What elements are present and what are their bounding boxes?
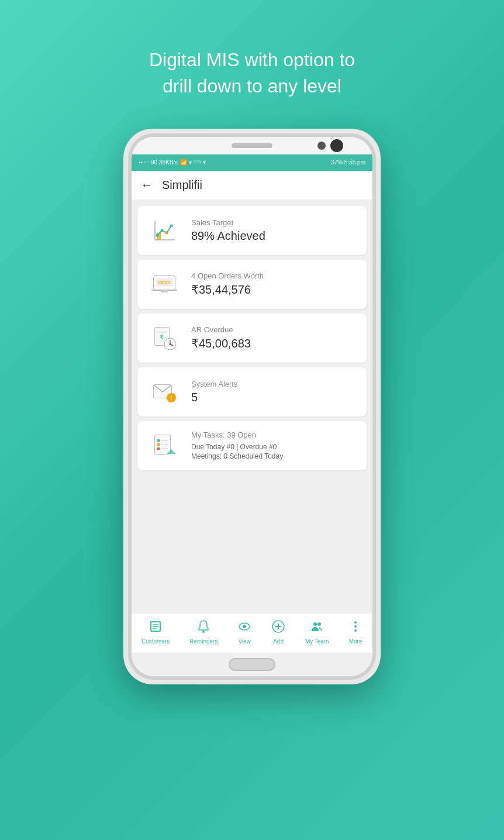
svg-text:₹: ₹	[160, 334, 164, 340]
svg-point-45	[243, 625, 246, 628]
status-left: ▪▪ ▫▫ 90.36KB/s 📶 ▾ ᴵᴸᵀᴱ ▾	[139, 159, 206, 166]
reminders-label: Reminders	[189, 638, 218, 645]
network-speed: 90.36KB/s	[151, 159, 178, 166]
nav-reminders[interactable]: Reminders	[189, 619, 218, 645]
bottom-navigation: Customers Reminders View	[132, 613, 372, 653]
battery-level: 37%	[331, 159, 343, 166]
open-orders-text: 4 Open Orders Worth ₹35,44,576	[191, 271, 264, 297]
my-team-label: My Team	[305, 638, 329, 645]
system-alerts-label: System Alerts	[191, 380, 237, 388]
svg-point-35	[157, 447, 160, 450]
view-label: View	[239, 638, 251, 645]
svg-point-4	[161, 229, 164, 232]
svg-point-3	[156, 233, 159, 236]
nav-customers[interactable]: Customers	[141, 619, 170, 645]
nav-my-team[interactable]: My Team	[305, 619, 329, 645]
back-button[interactable]: ←	[141, 178, 153, 192]
speaker	[232, 143, 272, 148]
svg-point-6	[170, 224, 173, 227]
camera-small	[317, 142, 326, 150]
app-title: Simplifii	[162, 178, 202, 192]
more-label: More	[349, 638, 363, 645]
svg-point-43	[202, 631, 205, 633]
open-orders-icon: ORDERS	[149, 269, 179, 299]
svg-text:!: !	[170, 395, 172, 401]
svg-point-53	[354, 629, 357, 632]
status-right: 37% 5:55 pm	[331, 159, 365, 166]
ar-overdue-card[interactable]: ₹ AR Overdue ₹45,00,683	[137, 314, 367, 363]
more-icon	[348, 619, 363, 637]
headline-line1: Digital MIS with option to	[149, 49, 355, 70]
reminders-icon	[196, 619, 210, 637]
phone-mockup: ▪▪ ▫▫ 90.36KB/s 📶 ▾ ᴵᴸᵀᴱ ▾ 37% 5:55 pm ←…	[123, 129, 381, 684]
time-display: 5:55 pm	[344, 159, 365, 166]
my-tasks-card[interactable]: My Tasks: 39 Open Due Today #0 | Overdue…	[137, 421, 367, 470]
nav-more[interactable]: More	[348, 619, 363, 645]
nav-add[interactable]: Add	[271, 619, 285, 645]
svg-point-49	[313, 622, 317, 626]
svg-rect-10	[161, 290, 168, 292]
sales-target-card[interactable]: Sales Target 89% Achieved	[137, 206, 367, 255]
open-orders-value: ₹35,44,576	[191, 283, 264, 297]
svg-point-31	[157, 439, 160, 442]
svg-point-5	[165, 231, 168, 234]
sales-target-value: 89% Achieved	[191, 229, 265, 243]
system-alerts-card[interactable]: ! System Alerts 5	[137, 367, 367, 416]
phone-top-bar	[132, 137, 372, 154]
svg-point-51	[354, 621, 357, 624]
home-button[interactable]	[229, 658, 275, 671]
status-icons: ▪▪ ▫▫	[139, 159, 149, 166]
sales-target-text: Sales Target 89% Achieved	[191, 218, 265, 243]
status-bar: ▪▪ ▫▫ 90.36KB/s 📶 ▾ ᴵᴸᵀᴱ ▾ 37% 5:55 pm	[132, 154, 372, 171]
view-icon	[237, 619, 251, 637]
ar-overdue-value: ₹45,00,683	[191, 336, 251, 350]
content-area: Sales Target 89% Achieved	[132, 200, 372, 613]
customers-label: Customers	[141, 638, 170, 645]
my-tasks-icon	[149, 431, 179, 461]
page-headline: Digital MIS with option to drill down to…	[102, 47, 402, 99]
ar-overdue-label: AR Overdue	[191, 325, 251, 334]
signal-icons: 📶 ▾ ᴵᴸᵀᴱ ▾	[180, 159, 206, 166]
my-tasks-sub2: Meetings: 0 Scheduled Today	[191, 452, 283, 460]
phone-screen: ▪▪ ▫▫ 90.36KB/s 📶 ▾ ᴵᴸᵀᴱ ▾ 37% 5:55 pm ←…	[132, 137, 372, 676]
app-bar: ← Simplifii	[132, 171, 372, 200]
customers-icon	[149, 619, 163, 637]
camera-main	[330, 139, 343, 152]
ar-overdue-text: AR Overdue ₹45,00,683	[191, 325, 251, 350]
system-alerts-value: 5	[191, 391, 237, 404]
svg-text:ORDERS: ORDERS	[158, 281, 171, 284]
open-orders-label: 4 Open Orders Worth	[191, 271, 264, 280]
sales-target-label: Sales Target	[191, 218, 265, 227]
home-button-area	[132, 653, 372, 676]
sales-target-icon	[149, 215, 179, 246]
my-team-icon	[310, 619, 324, 637]
my-tasks-text: My Tasks: 39 Open Due Today #0 | Overdue…	[191, 431, 283, 460]
add-label: Add	[273, 638, 284, 645]
my-tasks-label: My Tasks: 39 Open	[191, 431, 283, 439]
svg-point-33	[157, 443, 160, 446]
headline-line2: drill down to any level	[163, 75, 341, 97]
open-orders-card[interactable]: ORDERS 4 Open Orders Worth ₹35,44,576	[137, 260, 367, 309]
nav-view[interactable]: View	[237, 619, 251, 645]
svg-point-50	[317, 622, 321, 626]
add-icon	[271, 619, 285, 637]
system-alerts-text: System Alerts 5	[191, 380, 237, 404]
system-alerts-icon: !	[149, 377, 179, 407]
svg-point-24	[170, 343, 171, 345]
my-tasks-sub1: Due Today #0 | Overdue #0	[191, 443, 283, 451]
ar-overdue-icon: ₹	[149, 323, 179, 353]
svg-point-52	[354, 625, 357, 628]
